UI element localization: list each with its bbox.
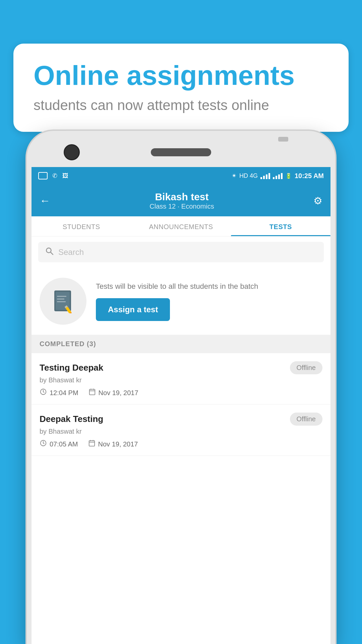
app-bar-title: Bikash test Class 12 · Economics [149,191,214,210]
signal-bar-1 [260,177,262,179]
app-bar: ← Bikash test Class 12 · Economics ⚙ [32,184,330,216]
signal-bar-3 [266,174,267,179]
search-container: Search [32,236,330,268]
phone-camera [64,144,80,160]
assign-content: Tests will be visible to all the student… [96,281,322,321]
search-icon [45,247,54,258]
assign-test-button[interactable]: Assign a test [96,298,170,321]
svg-line-1 [51,252,53,255]
test-author-2: by Bhaswat kr [40,428,322,435]
svg-rect-4 [57,296,66,297]
test-item: Testing Deepak Offline by Bhaswat kr 12:… [32,353,330,405]
test-time-value-2: 07:05 AM [50,440,78,448]
signal-bar-4 [268,173,270,179]
signal-bars [260,172,270,179]
bluetooth-icon: ✴ [232,172,237,179]
test-item-header-2: Deepak Testing Offline [40,413,322,426]
test-time-2: 07:05 AM [40,439,78,449]
test-name-2: Deepak Testing [40,414,103,424]
calendar-icon-2 [88,439,96,449]
test-meta-1: 12:04 PM Nov 19, 2017 [40,388,322,397]
signal-bar-8 [281,173,283,179]
test-date-value-2: Nov 19, 2017 [98,440,138,448]
battery-icon: 🔋 [285,173,292,179]
whatsapp-icon: ✆ [51,172,58,179]
bubble-subtitle: students can now attempt tests online [34,97,328,113]
svg-rect-16 [89,441,95,446]
search-placeholder: Search [58,248,84,257]
phone-frame: ✆ 🖼 ✴ HD 4G 🔋 10:25 [27,131,335,644]
tabs-container: STUDENTS ANNOUNCEMENTS TESTS [32,216,330,236]
app-icon-1 [38,172,48,179]
test-author-1: by Bhaswat kr [40,376,322,384]
signal-bar-2 [263,176,265,179]
class-name: Bikash test [149,191,214,203]
bubble-title: Online assignments [34,60,328,91]
test-meta-2: 07:05 AM Nov 19, 2017 [40,439,322,449]
notebook-icon [52,289,74,313]
back-button[interactable]: ← [40,195,50,207]
tab-announcements[interactable]: ANNOUNCEMENTS [131,216,231,236]
test-item-header: Testing Deepak Offline [40,361,322,374]
test-icon-circle [40,278,86,325]
test-time-value-1: 12:04 PM [50,389,78,397]
svg-rect-11 [89,389,95,395]
test-date-1: Nov 19, 2017 [88,388,138,397]
calendar-icon-1 [88,388,96,397]
svg-rect-5 [57,299,64,300]
settings-button[interactable]: ⚙ [313,195,322,207]
status-bar-left: ✆ 🖼 [38,172,69,179]
status-badge-1: Offline [290,361,322,374]
signal-bar-5 [273,177,275,179]
tab-tests[interactable]: TESTS [231,216,330,236]
status-bar-right: ✴ HD 4G 🔋 10:25 AM [232,172,324,180]
clock-icon-2 [40,439,47,449]
image-icon: 🖼 [62,172,69,179]
phone-screen: ✆ 🖼 ✴ HD 4G 🔋 10:25 [32,167,330,644]
test-item-2: Deepak Testing Offline by Bhaswat kr 07:… [32,405,330,456]
phone-speaker [151,148,211,156]
signal-bar-6 [276,176,277,179]
signal-bar-7 [278,174,280,179]
clock-icon-1 [40,388,47,397]
test-date-value-1: Nov 19, 2017 [99,389,138,397]
completed-header: COMPLETED (3) [32,335,330,353]
class-subtitle: Class 12 · Economics [149,203,214,210]
test-time-1: 12:04 PM [40,388,78,397]
speech-bubble: Online assignments students can now atte… [13,44,349,132]
status-badge-2: Offline [290,413,322,426]
test-name-1: Testing Deepak [40,363,103,373]
assign-description: Tests will be visible to all the student… [96,281,322,292]
status-bar: ✆ 🖼 ✴ HD 4G 🔋 10:25 [32,167,330,184]
phone-home-area [278,137,288,142]
network-label: HD 4G [239,172,258,179]
search-box[interactable]: Search [38,242,324,262]
assign-section: Tests will be visible to all the student… [32,268,330,335]
test-date-2: Nov 19, 2017 [88,439,138,449]
svg-rect-6 [57,301,66,302]
time-display: 10:25 AM [295,172,324,180]
signal-bars-2 [273,172,283,179]
tab-students[interactable]: STUDENTS [32,216,131,236]
